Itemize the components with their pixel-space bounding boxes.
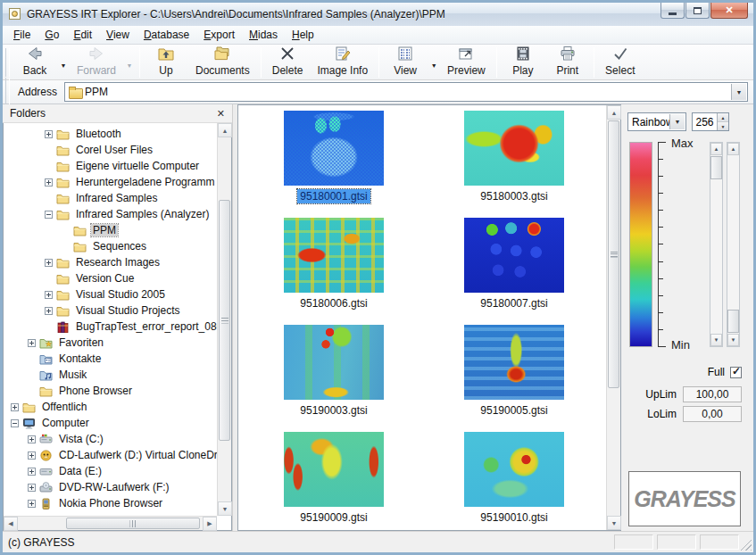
slider-thumb[interactable] xyxy=(710,156,722,179)
collapse-icon[interactable] xyxy=(11,419,19,427)
thermal-image[interactable] xyxy=(464,325,564,400)
tree-item-computer[interactable]: Computer xyxy=(4,415,217,431)
tree-item-corel-user-files[interactable]: Corel User Files xyxy=(4,142,217,158)
resize-grip[interactable] xyxy=(740,539,752,551)
expand-icon[interactable] xyxy=(28,339,36,347)
expand-icon[interactable] xyxy=(45,259,53,267)
print-button[interactable]: Print xyxy=(545,46,590,79)
title-bar[interactable]: GRAYESS IRT Explorer - C:\Users\Andrei\D… xyxy=(3,3,753,26)
folders-close-button[interactable]: ✕ xyxy=(217,109,225,119)
expand-icon[interactable] xyxy=(28,468,36,476)
expand-icon[interactable] xyxy=(28,500,36,508)
image-info-button[interactable]: Image Info xyxy=(310,46,375,79)
scroll-down-button[interactable]: ▼ xyxy=(218,501,232,516)
palette-dropdown-button[interactable]: ▼ xyxy=(669,114,685,129)
scroll-up-button[interactable]: ▲ xyxy=(607,105,621,120)
expand-icon[interactable] xyxy=(28,435,36,443)
select-button[interactable]: Select xyxy=(598,46,643,79)
tree-item-heruntergeladene-programm[interactable]: Heruntergeladene Programm xyxy=(4,174,217,190)
tree-item-musik[interactable]: Musik xyxy=(4,367,217,383)
thermal-image[interactable] xyxy=(284,432,384,507)
toolbar-grip[interactable] xyxy=(5,48,10,77)
tree-item-data-e-[interactable]: Data (E:) xyxy=(4,463,217,479)
tree-item-bugtraptest-error-report-080[interactable]: BugTrapTest_error_report_080 xyxy=(4,319,217,335)
scroll-up-button[interactable]: ▲ xyxy=(218,123,232,137)
tree-item-visual-studio-projects[interactable]: Visual Studio Projects xyxy=(4,302,217,319)
collapse-icon[interactable] xyxy=(45,211,53,219)
tree-item-dvd-rw-laufwerk-f-[interactable]: DVD-RW-Laufwerk (F:) xyxy=(4,479,217,495)
expand-icon[interactable] xyxy=(11,403,19,411)
uplim-field[interactable]: 100,00 xyxy=(683,386,742,402)
full-checkbox[interactable]: ✓ xyxy=(730,367,742,378)
up-button[interactable]: Up xyxy=(144,46,188,79)
spin-down-button[interactable]: ▼ xyxy=(718,122,728,130)
spin-up-button[interactable]: ▲ xyxy=(718,113,728,122)
menu-go[interactable]: Go xyxy=(37,27,66,43)
tree-item-kontakte[interactable]: Kontakte xyxy=(4,351,217,367)
address-combobox[interactable]: PPM ▼ xyxy=(64,82,748,102)
tree-item-research-images[interactable]: Research Images xyxy=(4,254,217,270)
back-dropdown-button[interactable]: ▼ xyxy=(57,46,70,79)
slider-up-button[interactable]: ▲ xyxy=(727,143,739,155)
view-button[interactable]: View xyxy=(383,46,428,79)
expand-icon[interactable] xyxy=(45,291,53,299)
tree-hscroll-thumb[interactable] xyxy=(66,518,200,529)
slider-thumb[interactable] xyxy=(727,310,739,333)
tree-item-bluetooth[interactable]: Bluetooth xyxy=(4,126,217,142)
address-dropdown-button[interactable]: ▼ xyxy=(731,84,746,100)
thumbnail-95180007[interactable]: 95180007.gtsi xyxy=(424,218,604,325)
play-button[interactable]: Play xyxy=(501,46,545,79)
view-dropdown-button[interactable]: ▼ xyxy=(428,46,440,79)
tree-item-infrared-samples-analyzer-[interactable]: Infrared Samples (Analyzer) xyxy=(4,206,217,222)
tree-item-sequences[interactable]: Sequences xyxy=(4,238,217,254)
tree-item-phone-browser[interactable]: Phone Browser xyxy=(4,383,217,399)
scroll-right-button[interactable]: ▶ xyxy=(203,517,217,531)
thumbnail-95180006[interactable]: 95180006.gtsi xyxy=(244,218,424,325)
thumbnail-scroll-thumb[interactable] xyxy=(608,120,619,388)
menu-export[interactable]: Export xyxy=(196,27,242,43)
menu-file[interactable]: File xyxy=(6,27,37,43)
tree-item-eigene-virtuelle-computer[interactable]: Eigene virtuelle Computer xyxy=(4,158,217,174)
tree-scroll-thumb[interactable] xyxy=(219,200,230,441)
thermal-image[interactable] xyxy=(284,325,384,400)
thumbnail-95180001[interactable]: 95180001.gtsi xyxy=(244,111,424,218)
close-button[interactable]: ✕ xyxy=(710,3,748,19)
tree-vertical-scrollbar[interactable]: ▲ ▼ xyxy=(217,123,231,516)
menu-edit[interactable]: Edit xyxy=(66,27,99,43)
scroll-down-button[interactable]: ▼ xyxy=(607,516,621,530)
tree-item-cd-laufwerk-d-virtual-clonedri[interactable]: CD-Laufwerk (D:) Virtual CloneDri xyxy=(4,447,217,463)
tree-item-visual-studio-2005[interactable]: Visual Studio 2005 xyxy=(4,286,217,302)
slider-down-button[interactable]: ▼ xyxy=(710,334,722,346)
thumbnail-95190009[interactable]: 95190009.gtsi xyxy=(244,432,424,539)
expand-icon[interactable] xyxy=(45,130,53,138)
tree-item-infrared-samples[interactable]: Infrared Samples xyxy=(4,190,217,206)
thumbnail-95190005[interactable]: 95190005.gtsi xyxy=(424,325,604,432)
menu-midas[interactable]: Midas xyxy=(242,27,285,43)
tree-item-vista-c-[interactable]: Vista (C:) xyxy=(4,431,217,447)
menu-database[interactable]: Database xyxy=(137,27,196,43)
preview-button[interactable]: Preview xyxy=(440,46,493,79)
documents-button[interactable]: Documents xyxy=(188,46,257,79)
addressbar-grip[interactable] xyxy=(5,78,10,106)
maximize-button[interactable] xyxy=(685,3,710,19)
thermal-image[interactable] xyxy=(284,111,384,186)
tree-item-version-cue[interactable]: Version Cue xyxy=(4,270,217,286)
levels-spinner[interactable]: 256 ▲ ▼ xyxy=(692,112,729,131)
scroll-left-button[interactable]: ◀ xyxy=(4,517,18,531)
thermal-image[interactable] xyxy=(464,218,564,293)
tree-item-favoriten[interactable]: Favoriten xyxy=(4,335,217,351)
lower-limit-slider[interactable]: ▲ ▼ xyxy=(727,142,740,347)
thumbnail-95190010[interactable]: 95190010.gtsi xyxy=(424,432,604,539)
tree-horizontal-scrollbar[interactable]: ◀ ▶ xyxy=(4,516,217,530)
tree-item-offentlich[interactable]: Offentlich xyxy=(4,399,217,415)
upper-limit-slider[interactable]: ▲ ▼ xyxy=(710,142,723,347)
menu-help[interactable]: Help xyxy=(285,27,321,43)
menu-view[interactable]: View xyxy=(99,27,137,43)
expand-icon[interactable] xyxy=(28,451,36,460)
minimize-button[interactable] xyxy=(660,3,685,19)
slider-down-button[interactable]: ▼ xyxy=(727,334,739,346)
expand-icon[interactable] xyxy=(45,178,53,186)
thumbnail-95190003[interactable]: 95190003.gtsi xyxy=(244,325,424,432)
back-button[interactable]: Back xyxy=(12,46,57,79)
lolim-field[interactable]: 0,00 xyxy=(683,406,742,422)
